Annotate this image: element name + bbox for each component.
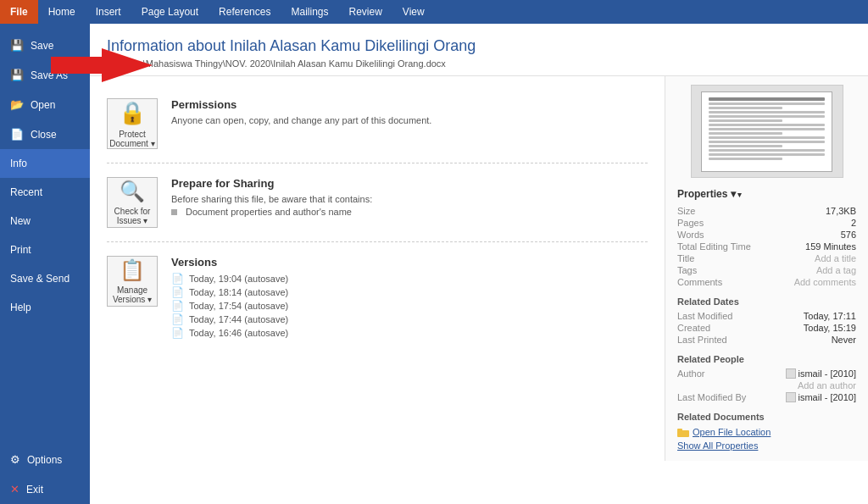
show-all-properties-link[interactable]: Show All Properties: [677, 440, 856, 451]
sidebar-new-label: New: [10, 215, 31, 227]
sidebar-open-label: Open: [31, 99, 55, 111]
preview-line: [709, 97, 825, 101]
sidebar-print-label: Print: [10, 244, 31, 256]
versions-list: 📄 Today, 19:04 (autosave) 📄 Today, 18:14…: [171, 272, 288, 340]
prop-title: Title Add a title: [677, 252, 856, 264]
manage-versions-button[interactable]: 📋 ManageVersions ▾: [107, 256, 158, 307]
modifier-avatar: [786, 392, 796, 402]
sidebar-close-label: Close: [31, 129, 57, 141]
sidebar-item-save[interactable]: 💾 Save: [0, 30, 90, 60]
menubar: File Home Insert Page Layout References …: [0, 0, 868, 24]
sidebar-item-exit[interactable]: ✕ Exit: [0, 474, 90, 504]
sidebar-item-close[interactable]: 📄 Close: [0, 119, 90, 149]
permissions-title: Permissions: [171, 98, 431, 111]
sidebar-info-label: Info: [10, 158, 27, 169]
sidebar-save-send-label: Save & Send: [10, 273, 70, 285]
prop-add-author: Add an author: [677, 379, 856, 391]
prop-pages: Pages 2: [677, 217, 856, 229]
menu-file[interactable]: File: [0, 0, 38, 24]
menu-review[interactable]: Review: [338, 0, 392, 24]
check-issues-button[interactable]: 🔍 Check forIssues ▾: [107, 177, 158, 228]
prepare-item-1: Document properties and author's name: [186, 207, 352, 217]
folder-svg: [677, 428, 689, 437]
prop-last-modified-by: Last Modified By ismail - [2010]: [677, 391, 856, 403]
related-documents-section: Related Documents Open File Location Sho…: [677, 412, 856, 451]
permissions-content: Permissions Anyone can open, copy, and c…: [171, 98, 431, 127]
open-file-location-link[interactable]: Open File Location: [677, 425, 856, 439]
sidebar-item-info[interactable]: Info: [0, 149, 90, 178]
save-icon: 💾: [10, 39, 24, 52]
prop-size: Size 17,3KB: [677, 205, 856, 217]
versions-title: Versions: [171, 256, 288, 269]
sidebar-save-as-label: Save As: [31, 69, 68, 81]
menu-view[interactable]: View: [392, 0, 435, 24]
prepare-title: Prepare for Sharing: [171, 177, 372, 190]
sidebar-options-label: Options: [27, 454, 62, 466]
open-location-link[interactable]: Open File Location: [693, 427, 771, 437]
svg-rect-0: [677, 430, 689, 437]
left-content: 🔒 ProtectDocument ▾ Permissions Anyone c…: [90, 76, 665, 461]
sidebar-item-help[interactable]: Help: [0, 293, 90, 322]
version-doc-icon-2: 📄: [171, 286, 184, 298]
folder-icon: [677, 428, 689, 437]
exit-icon: ✕: [10, 483, 19, 496]
sidebar-item-save-as[interactable]: 💾 Save As: [0, 60, 90, 90]
menu-mailings[interactable]: Mailings: [281, 0, 338, 24]
preview-line: [709, 107, 782, 109]
prop-tags: Tags Add a tag: [677, 264, 856, 276]
prop-editing-time: Total Editing Time 159 Minutes: [677, 241, 856, 252]
file-path: C:\Users\Mahasiswa Thingy\NOV. 2020\Inil…: [107, 58, 851, 69]
menu-insert[interactable]: Insert: [86, 0, 131, 24]
menu-home[interactable]: Home: [38, 0, 86, 24]
sidebar-recent-label: Recent: [10, 186, 42, 198]
prop-words: Words 576: [677, 229, 856, 241]
preview-line: [709, 158, 782, 160]
menu-page-layout[interactable]: Page Layout: [131, 0, 209, 24]
preview-line: [709, 153, 825, 156]
bullet-icon: [171, 209, 177, 215]
sidebar-item-new[interactable]: New: [0, 207, 90, 235]
content-header: Information about Inilah Alasan Kamu Dik…: [90, 24, 868, 76]
sidebar-item-open[interactable]: 📂 Open: [0, 90, 90, 119]
info-sections: 🔒 ProtectDocument ▾ Permissions Anyone c…: [90, 76, 868, 461]
prop-created: Created Today, 15:19: [677, 322, 856, 334]
permissions-description: Anyone can open, copy, and change any pa…: [171, 114, 431, 127]
version-doc-icon-5: 📄: [171, 327, 184, 339]
sidebar-help-label: Help: [10, 302, 31, 313]
versions-section: 📋 ManageVersions ▾ Versions 📄 Today, 19:…: [107, 242, 648, 353]
protect-document-button[interactable]: 🔒 ProtectDocument ▾: [107, 98, 158, 149]
list-item: Document properties and author's name: [171, 206, 372, 218]
preview-line: [709, 119, 782, 122]
version-item-2: 📄 Today, 18:14 (autosave): [171, 285, 288, 299]
version-doc-icon-3: 📄: [171, 300, 184, 312]
preview-line: [709, 128, 825, 130]
page-title: Information about Inilah Alasan Kamu Dik…: [107, 37, 851, 55]
menu-references[interactable]: References: [209, 0, 281, 24]
lock-icon: 🔒: [119, 100, 146, 126]
properties-title[interactable]: Properties ▾: [677, 188, 856, 200]
close-icon: 📄: [10, 128, 24, 141]
sidebar-item-print[interactable]: Print: [0, 235, 90, 264]
versions-icon: 📋: [120, 258, 145, 282]
preview-line: [709, 149, 825, 152]
svg-rect-1: [677, 429, 682, 431]
related-people-section: Related People Author ismail - [2010] Ad…: [677, 354, 856, 403]
prepare-content: Prepare for Sharing Before sharing this …: [171, 177, 372, 218]
prop-last-modified: Last Modified Today, 17:11: [677, 310, 856, 322]
versions-content: Versions 📄 Today, 19:04 (autosave) 📄 Tod…: [171, 256, 288, 340]
right-panel: Properties ▾ Size 17,3KB Pages 2 Words 5…: [665, 76, 868, 461]
check-icon: 🔍: [120, 180, 145, 203]
related-dates-section: Related Dates Last Modified Today, 17:11…: [677, 296, 856, 346]
preview-line: [709, 124, 825, 126]
properties-section: Properties ▾ Size 17,3KB Pages 2 Words 5…: [677, 188, 856, 288]
preview-line: [709, 115, 825, 118]
open-icon: 📂: [10, 98, 24, 111]
sidebar: 💾 Save 💾 Save As 📂 Open 📄 Close Info Rec…: [0, 24, 90, 504]
sidebar-item-options[interactable]: ⚙ Options: [0, 445, 90, 474]
sidebar-item-save-send[interactable]: Save & Send: [0, 264, 90, 293]
preview-line: [709, 102, 825, 105]
sidebar-item-recent[interactable]: Recent: [0, 178, 90, 207]
content-area: Information about Inilah Alasan Kamu Dik…: [90, 24, 868, 504]
prop-last-printed: Last Printed Never: [677, 334, 856, 346]
document-preview: [691, 85, 843, 178]
